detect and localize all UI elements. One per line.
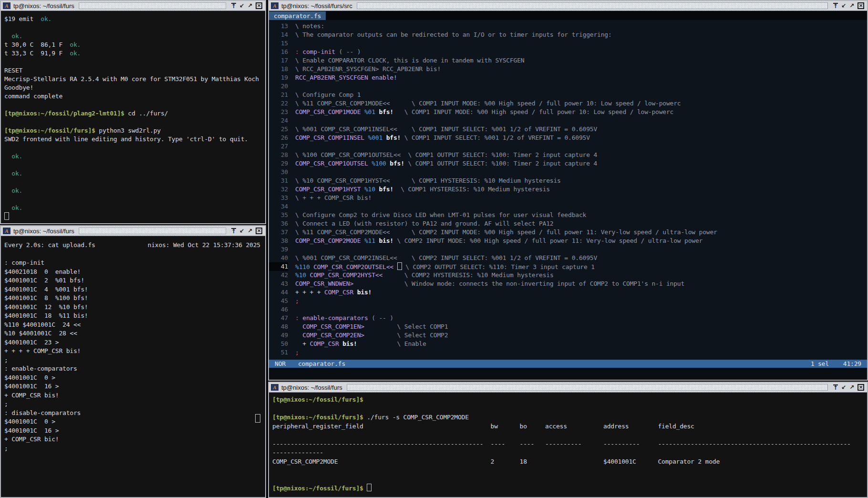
- editor-line: 47: enable-comparators ( -- ): [269, 314, 867, 322]
- code-text: \ Configure Comp2 to drive Disco LED whe…: [295, 211, 586, 219]
- terminal-line: [272, 475, 867, 484]
- maximize-button[interactable]: ↗: [849, 384, 854, 391]
- shade-button[interactable]: ↑: [833, 384, 838, 391]
- code-text: COMP_CSR_COMP2EN> \ Select COMP2: [295, 331, 448, 340]
- editor-line: 14\ The comparator outputs can be redire…: [269, 31, 867, 39]
- lower-button[interactable]: ↙: [239, 228, 244, 234]
- terminal-cursor: [367, 484, 372, 491]
- code-text: : enable-comparators ( -- ): [295, 314, 393, 322]
- terminal-content[interactable]: [tp@nixos:~/fossil/furs]$ [tp@nixos:~/fo…: [269, 393, 867, 497]
- close-button[interactable]: ×: [858, 384, 864, 391]
- editor-line: 33\ + + + COMP_CSR bis!: [269, 194, 867, 202]
- maximize-button[interactable]: ↗: [248, 228, 252, 234]
- line-number: 24: [269, 116, 288, 125]
- line-number: 37: [269, 228, 288, 237]
- terminal-cursor: [255, 414, 260, 423]
- titlebar-stipple: [79, 228, 226, 234]
- terminal-line: $4001001C 12 %10 bfs!: [4, 303, 265, 312]
- line-number: 48: [269, 322, 288, 331]
- terminal-window-furs-shell: A tp@nixos: ~/fossil/furs ↑↙↗× [tp@nixos…: [268, 382, 868, 498]
- terminal-line: t 33,3 C 91,9 F ok.: [4, 49, 265, 58]
- titlebar[interactable]: A tp@nixos: ~/fossil/furs ↑↙↗×: [269, 383, 867, 393]
- line-number: 21: [269, 91, 288, 99]
- line-number: 17: [269, 56, 288, 65]
- code-text: \ %10 COMP_CSR_COMP1HYST<< \ COMP1 HYSTE…: [295, 176, 561, 185]
- lower-button[interactable]: ↙: [239, 3, 244, 9]
- xterm-icon: A: [271, 2, 279, 9]
- line-number: 46: [269, 305, 288, 314]
- editor-content[interactable]: 13\ notes:14\ The comparator outputs can…: [269, 20, 867, 360]
- editor-line: 50 + COMP_CSR bis! \ Enable: [269, 340, 867, 348]
- terminal-cursor: [4, 212, 9, 220]
- desktop: A tp@nixos: ~/fossil/furs ↑↙↗× $19 emit …: [0, 0, 868, 498]
- buffer-tab[interactable]: comparator.fs: [269, 11, 326, 21]
- code-text: \ Configure Comp 1: [295, 91, 361, 99]
- xterm-icon: A: [3, 228, 10, 234]
- editor-line: 30: [269, 168, 867, 176]
- lower-button[interactable]: ↙: [841, 3, 846, 9]
- terminal-line: [272, 431, 867, 440]
- code-text: [295, 116, 299, 125]
- editor-line: 29COMP_CSR_COMP1OUTSEL %100 bfs! \ COMP1…: [269, 159, 867, 168]
- maximize-button[interactable]: ↗: [248, 3, 252, 9]
- editor-line: 34: [269, 202, 867, 211]
- statusbar-filename: comparator.fs: [298, 360, 345, 368]
- terminal-line: [4, 161, 265, 169]
- code-text: \ RCC_APB2ENR_SYSCFGEN> RCC_APB2ENR bis!: [295, 65, 441, 73]
- editor-line: 28\ %100 COMP_CSR_COMP1OUTSEL<< \ COMP1 …: [269, 151, 867, 159]
- titlebar[interactable]: A tp@nixos: ~/fossil/furs/src ↑↙↗×: [269, 1, 867, 11]
- terminal-line: ;: [4, 356, 265, 365]
- line-number: 19: [269, 73, 288, 82]
- maximize-button[interactable]: ↗: [849, 3, 854, 9]
- code-text: [295, 39, 299, 48]
- terminal-content[interactable]: $19 emit ok. ok.t 30,0 C 86,1 F ok.t 33,…: [1, 11, 265, 223]
- terminal-line: ok.: [4, 187, 265, 195]
- editor-line: 38COMP_CSR_COMP2MODE %11 bis! \ COMP2 IN…: [269, 237, 867, 245]
- editor-line: 32COMP_CSR_COMP1HYST %10 bfs! \ COMP1 HY…: [269, 185, 867, 194]
- terminal-line: $4001001C 0 >: [4, 374, 265, 383]
- code-text: \ %11 COMP_CSR_COMP2MODE<< \ COMP2 INPUT…: [295, 228, 717, 237]
- line-number: 29: [269, 159, 288, 168]
- code-text: + COMP_CSR bis! \ Enable: [295, 340, 426, 348]
- code-text: [295, 168, 299, 176]
- shade-button[interactable]: ↑: [833, 3, 838, 9]
- titlebar[interactable]: A tp@nixos: ~/fossil/furs ↑↙↗×: [1, 1, 265, 11]
- code-text: [295, 245, 299, 254]
- line-number: 23: [269, 108, 288, 116]
- close-button[interactable]: ×: [256, 2, 262, 9]
- editor-statusbar: NOR comparator.fs 1 sel 41:29: [269, 360, 867, 368]
- lower-button[interactable]: ↙: [841, 384, 846, 391]
- line-number: 45: [269, 297, 288, 305]
- editor-line: 48 COMP_CSR_COMP1EN> \ Select COMP1: [269, 322, 867, 331]
- editor-line: 19RCC_APB2ENR_SYSCFGEN enable!: [269, 73, 867, 82]
- close-button[interactable]: ×: [256, 228, 262, 234]
- terminal-line: $4001001C 16 >: [4, 382, 265, 391]
- editor-line: 43COMP_CSR_WNDWEN> \ Window mode: connec…: [269, 280, 867, 288]
- window-title: tp@nixos: ~/fossil/furs: [281, 384, 342, 391]
- line-number: 47: [269, 314, 288, 322]
- terminal-cursor: [397, 262, 402, 270]
- code-text: ;: [295, 297, 299, 305]
- editor-line: 21\ Configure Comp 1: [269, 91, 867, 99]
- cursor-position: 41:29: [843, 360, 861, 368]
- terminal-line: [272, 466, 867, 475]
- shade-button[interactable]: ↑: [231, 3, 236, 9]
- titlebar-buttons: ↑↙↗×: [230, 228, 263, 234]
- code-text: [295, 202, 299, 211]
- line-number: 44: [269, 288, 288, 297]
- code-text: \ %100 COMP_CSR_COMP1OUTSEL<< \ COMP1 OU…: [295, 151, 597, 159]
- titlebar[interactable]: A tp@nixos: ~/fossil/furs ↑↙↗×: [1, 226, 265, 236]
- close-button[interactable]: ×: [858, 2, 864, 9]
- editor-line: 51;: [269, 348, 867, 357]
- terminal-content[interactable]: Every 2.0s: cat upload.fs nixos: Wed Oct…: [1, 236, 265, 497]
- terminal-line: $4001001C 18 %11 bis!: [4, 311, 265, 321]
- terminal-line: [4, 144, 265, 152]
- terminal-line: [tp@nixos:~/fossil/furs]$ python3 swd2rl…: [4, 126, 265, 135]
- code-text: COMP_CSR_WNDWEN> \ Window mode: connects…: [295, 280, 684, 288]
- shade-button[interactable]: ↑: [231, 228, 236, 234]
- terminal-line: [4, 58, 265, 66]
- editor-line: 44+ + + + COMP_CSR bis!: [269, 288, 867, 297]
- terminal-line: Mecrisp-Stellaris RA 2.5.4 with M0 core …: [4, 75, 265, 83]
- code-text: \ Connect a LED (with resistor) to PA12 …: [295, 219, 554, 228]
- line-number: 39: [269, 245, 288, 254]
